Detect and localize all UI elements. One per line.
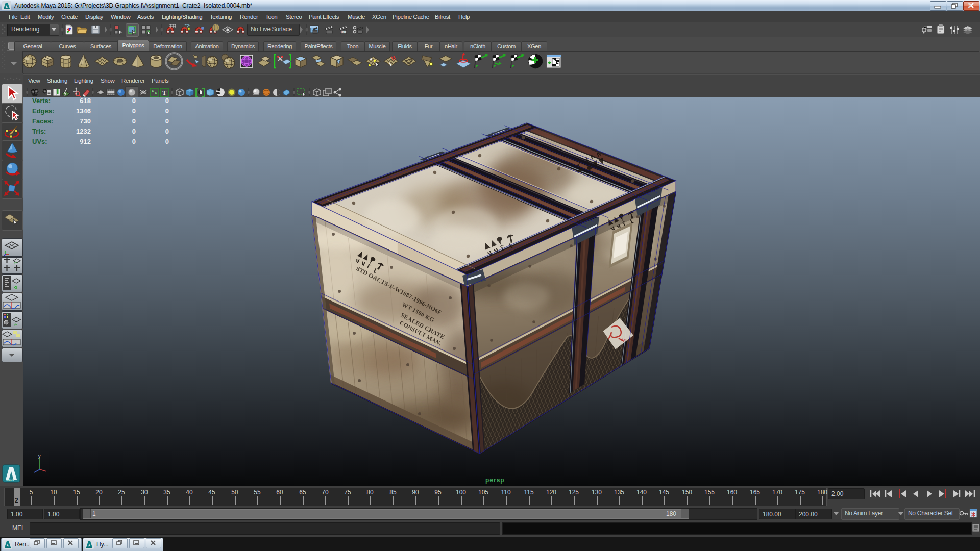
svg-text:IPR: IPR [341,31,347,34]
svg-text:LD: LD [622,338,627,342]
svg-text:T: T [162,89,166,96]
svg-text:MAYA: MAYA [6,479,14,482]
